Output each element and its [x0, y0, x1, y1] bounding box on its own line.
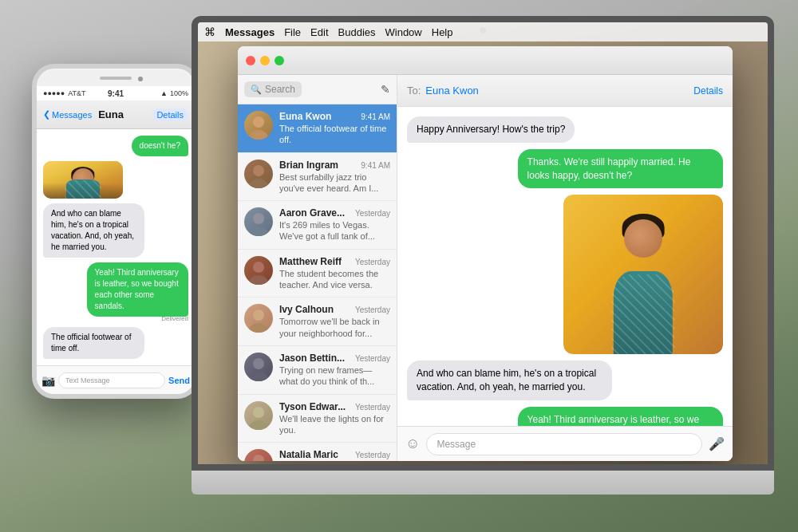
contact-avatar — [244, 111, 273, 140]
svg-point-6 — [253, 262, 264, 273]
contact-preview: Best surfabilly jazz trio you've ever he… — [279, 171, 390, 195]
iphone-camera-icon[interactable]: 📷 — [41, 374, 55, 387]
contact-preview: Tomorrow we'll be back in your neighborh… — [279, 316, 390, 339]
to-label: To: — [407, 85, 421, 97]
iphone-send-button[interactable]: Send — [168, 376, 190, 385]
menu-item-edit[interactable]: Edit — [310, 26, 328, 38]
message-placeholder: Message — [437, 439, 476, 450]
fullscreen-window-button[interactable] — [275, 56, 284, 65]
contact-info: Jason Bettin... Yesterday Trying on new … — [279, 353, 390, 388]
contact-item-tyson[interactable]: Tyson Edwar... Yesterday We'll leave the… — [238, 395, 397, 443]
iphone-input-bar: 📷 Text Message Send — [37, 365, 195, 394]
contact-info: Natalia Maric Yesterday Oh, I'm on 21st … — [279, 449, 390, 461]
search-icon: 🔍 — [251, 85, 262, 95]
search-bar[interactable]: 🔍 Search — [244, 81, 302, 97]
search-bar-container: 🔍 Search ✎ — [238, 75, 397, 104]
window-titlebar — [238, 46, 733, 75]
iphone-status-bar: ●●●●● AT&T 9:41 ▲ 100% — [37, 86, 195, 100]
chat-bubble: Thanks. We're still happily married. He … — [518, 149, 723, 189]
contact-info: Tyson Edwar... Yesterday We'll leave the… — [279, 401, 390, 436]
chat-header: To: Euna Kwon Details — [397, 75, 733, 107]
svg-point-8 — [253, 309, 264, 321]
contact-header: Brian Ingram 9:41 AM — [279, 160, 390, 171]
contact-name: Matthew Reiff — [279, 256, 342, 267]
microphone-button[interactable]: 🎤 — [709, 436, 725, 451]
conversation-sidebar: 🔍 Search ✎ — [238, 75, 397, 461]
contact-name: Natalia Maric — [279, 449, 338, 460]
contact-item-jason[interactable]: Jason Bettin... Yesterday Trying on new … — [238, 346, 397, 395]
chat-msg-row: Yeah! Third anniversary is leather, so w… — [407, 407, 723, 426]
person-head — [624, 219, 662, 258]
contact-time: Yesterday — [355, 451, 390, 459]
message-input[interactable]: Message — [426, 433, 702, 455]
contact-name: Aaron Grave... — [279, 207, 345, 219]
contact-item-brian[interactable]: Brian Ingram 9:41 AM Best surfabilly jaz… — [238, 153, 397, 202]
search-input[interactable]: Search — [265, 84, 295, 95]
contact-item-natalia[interactable]: Natalia Maric Yesterday Oh, I'm on 21st … — [238, 443, 397, 461]
iphone-msg-row: The official footwear of time off. — [43, 327, 188, 359]
svg-point-13 — [249, 420, 268, 430]
svg-point-7 — [249, 275, 268, 285]
iphone-front-camera — [138, 77, 143, 81]
menu-item-window[interactable]: Window — [385, 26, 422, 38]
iphone-message-input[interactable]: Text Message — [58, 372, 165, 388]
contact-time: 9:41 AM — [361, 112, 390, 121]
person-figure — [55, 167, 111, 199]
contact-item-euna[interactable]: Euna Kwon 9:41 AM The official footwear … — [238, 104, 397, 153]
macbook-chin — [192, 471, 774, 495]
contact-name: Jason Bettin... — [279, 353, 345, 364]
chat-msg-row: And who can blame him, he's on a tropica… — [407, 361, 723, 400]
status-left: ●●●●● AT&T — [43, 89, 86, 97]
svg-point-1 — [249, 130, 268, 140]
contact-avatar — [244, 353, 273, 381]
signal-bars: ●●●●● — [43, 89, 65, 97]
chat-input-bar: ☺ Message 🎤 — [397, 426, 733, 461]
compose-button[interactable]: ✎ — [381, 83, 390, 96]
contact-avatar — [244, 449, 273, 461]
menu-app-name[interactable]: Messages — [225, 26, 275, 38]
iphone-input-placeholder: Text Message — [65, 376, 110, 384]
iphone-bubble: The official footwear of time off. — [43, 327, 144, 359]
svg-point-14 — [253, 455, 264, 461]
iphone-msg-row: Yeah! Third anniversary is leather, so w… — [43, 262, 188, 322]
messages-app-window: 🔍 Search ✎ — [238, 46, 733, 461]
window-body: 🔍 Search ✎ — [238, 75, 733, 461]
contact-avatar — [244, 160, 273, 188]
iphone-photo-bubble — [43, 161, 123, 199]
iphone-msg-row: doesn't he? — [43, 136, 188, 156]
contact-time: Yesterday — [355, 305, 390, 314]
close-window-button[interactable] — [246, 56, 255, 65]
photo-image — [563, 195, 723, 354]
contact-preview: The official footwear of time off. — [279, 123, 390, 146]
person-shirt — [611, 274, 674, 355]
emoji-button[interactable]: ☺ — [405, 435, 420, 452]
contact-item-matthew[interactable]: Matthew Reiff Yesterday The student beco… — [238, 250, 397, 298]
contact-name: Ivy Calhoun — [279, 304, 334, 315]
contact-header: Euna Kwon 9:41 AM — [279, 111, 390, 122]
status-right: ▲ 100% — [160, 89, 188, 97]
iphone-contact-name: Euna — [98, 108, 124, 120]
contact-preview: Trying on new frames— what do you think … — [279, 365, 390, 388]
contact-avatar — [244, 207, 273, 236]
chat-details-button[interactable]: Details — [693, 85, 723, 97]
contact-item-ivy[interactable]: Ivy Calhoun Yesterday Tomorrow we'll be … — [238, 298, 397, 346]
menu-bar: ⌘ Messages File Edit Buddies Window Help — [198, 22, 768, 41]
contact-time: Yesterday — [355, 258, 390, 266]
svg-point-9 — [249, 323, 268, 333]
menu-item-file[interactable]: File — [284, 26, 301, 38]
contact-header: Jason Bettin... Yesterday — [279, 353, 390, 364]
iphone-back-button[interactable]: ❮ Messages — [43, 109, 92, 120]
svg-point-2 — [253, 165, 264, 176]
iphone-speaker — [100, 77, 132, 80]
svg-point-10 — [253, 358, 264, 369]
svg-point-5 — [249, 227, 268, 236]
chat-bubble: Yeah! Third anniversary is leather, so w… — [518, 407, 723, 426]
iphone-bubble: Yeah! Third anniversary is leather, so w… — [87, 262, 188, 317]
iphone-details-button[interactable]: Details — [152, 108, 188, 121]
contact-header: Tyson Edwar... Yesterday — [279, 401, 390, 412]
menu-item-buddies[interactable]: Buddies — [338, 26, 376, 38]
minimize-window-button[interactable] — [260, 56, 270, 65]
contact-time: 9:41 AM — [361, 161, 390, 170]
menu-item-help[interactable]: Help — [432, 26, 453, 38]
contact-item-aaron[interactable]: Aaron Grave... Yesterday It's 269 miles … — [238, 201, 397, 250]
